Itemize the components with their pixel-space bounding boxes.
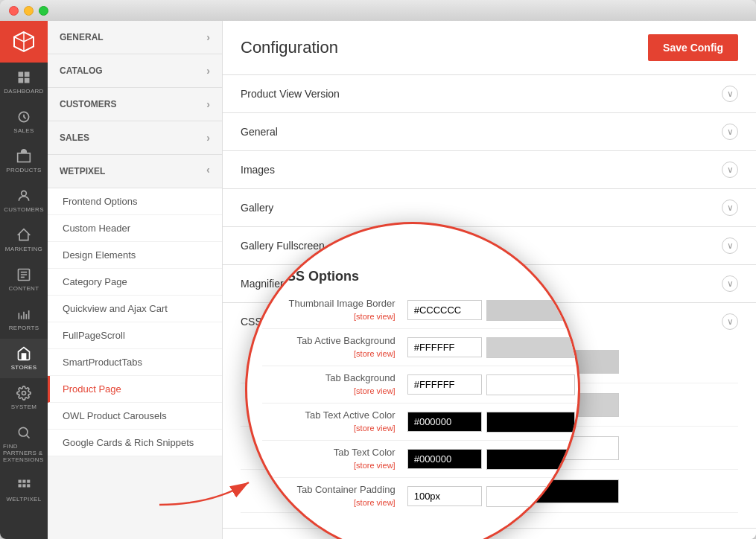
chevron-down-icon: › [206,31,210,43]
stores-icon [16,346,31,361]
sidebar-sub-frontend[interactable]: Frontend Options [48,188,222,215]
nav-item-system[interactable]: SYSTEM [0,378,48,418]
section-product-view-header[interactable]: Product View Version ∨ [223,75,756,112]
zoom-label-tab-bg-text: Tab Background [270,372,396,383]
zoom-label-tab-active: Tab Active Background [store view] [270,335,407,360]
sidebar-sub-owl[interactable]: OWL Product Carousels [48,403,222,430]
svg-rect-10 [19,480,22,483]
svg-point-9 [19,427,28,436]
svg-rect-12 [27,480,30,483]
zoom-label-tab-text-text: Tab Text Color [270,447,396,458]
zoom-input-thumbnail[interactable] [407,300,482,320]
zoom-input-tab-bg[interactable] [407,374,482,395]
zoom-label-tab-active-text: Tab Active Background [270,335,396,346]
maximize-button[interactable] [39,6,48,16]
collapse-icon: ∨ [722,162,738,178]
zoom-input-tab-text[interactable] [407,449,482,469]
customers-icon [16,188,31,203]
sidebar-sub-category[interactable]: Category Page [48,269,222,296]
zoom-input-tab-padding[interactable] [407,486,482,506]
zoom-swatch-tab-text [486,449,575,470]
content-icon [16,267,31,282]
system-label: SYSTEM [11,404,37,410]
magento-logo-icon [13,31,35,53]
title-bar-buttons [9,6,48,16]
general-label: GENERAL [60,32,104,42]
zoom-input-tab-active[interactable] [407,337,482,357]
sidebar-sub-custom-header[interactable]: Custom Header [48,215,222,242]
nav-item-find[interactable]: FIND PARTNERS & EXTENSIONS [0,418,48,471]
save-config-button[interactable]: Save Config [648,34,738,61]
nav-item-reports[interactable]: REPORTS [0,299,48,339]
sidebar-sub-smartproduct[interactable]: SmartProductTabs [48,349,222,376]
dashboard-icon [16,70,31,85]
zoom-row-tab-text: Tab Text Color [store view] [262,441,580,478]
weltpixel-icon [16,478,31,493]
section-gallery-header[interactable]: Gallery ∨ [223,189,756,226]
top-bar: Configuration Save Config [223,21,756,75]
minimize-button[interactable] [24,6,34,16]
zoom-row-tab-bg: Tab Background [store view] [262,366,580,404]
svg-rect-14 [22,484,25,487]
zoom-label-tab-bg: Tab Background [store view] [270,372,407,397]
nav-item-content[interactable]: CONTENT [0,260,48,299]
sidebar-sub-design[interactable]: Design Elements [48,242,222,269]
sidebar-item-sales[interactable]: SALES › [48,121,222,155]
nav-item-dashboard[interactable]: DASHBOARD [0,63,48,102]
section-general-header[interactable]: General ∨ [223,113,756,150]
zoom-row-tab-active: Tab Active Background [store view] [262,329,580,366]
sidebar-item-catalog[interactable]: CATALOG › [48,54,222,88]
section-general: General ∨ [223,113,756,151]
collapse-icon: ∨ [722,237,738,254]
sidebar-item-general[interactable]: GENERAL › [48,21,222,54]
sidebar-sub-google[interactable]: Google Cards & Rich Snippets [48,430,222,456]
nav-item-weltpixel[interactable]: WELTPIXEL [0,471,48,510]
zoom-label-tab-text-active: Tab Text Active Color [store view] [270,409,407,434]
nav-item-marketing[interactable]: MARKETING [0,220,48,260]
zoom-input-tab-text-active[interactable] [407,412,482,432]
sidebar-sub-product-page[interactable]: Product Page [48,376,222,403]
sidebar-sub-fullpage[interactable]: FullPageScroll [48,322,222,349]
zoom-swatch-tab-text-active [486,412,575,433]
zoom-label-tab-padding-store: [store view] [354,498,396,507]
left-nav: DASHBOARD SALES PRODUCTS CUSTOMERS MARKE… [0,21,48,539]
chevron-down-icon: › [206,132,210,144]
zoom-swatch-tab-padding [486,486,575,507]
nav-item-customers[interactable]: CUSTOMERS [0,181,48,220]
zoom-label-tab-text: Tab Text Color [store view] [270,447,407,471]
sidebar-item-customers[interactable]: CUSTOMERS › [48,88,222,121]
svg-rect-11 [22,480,25,483]
nav-item-stores[interactable]: STORES [0,339,48,378]
zoom-circle: CSS Options Thumbnail Image Border [stor… [245,222,580,539]
reports-icon [16,307,31,322]
zoom-label-tab-padding: Tab Container Padding [store view] [270,484,407,508]
svg-rect-0 [19,72,24,77]
zoom-row-tab-text-active: Tab Text Active Color [store view] [262,404,580,441]
zoom-content: CSS Options Thumbnail Image Border [stor… [262,269,580,514]
sidebar-sub-quickview[interactable]: Quickview and Ajax Cart [48,296,222,322]
svg-rect-15 [27,484,30,487]
nav-item-products[interactable]: PRODUCTS [0,141,48,181]
section-product-view-title: Product View Version [241,88,340,100]
collapse-icon: ∨ [722,200,738,216]
zoom-label-tab-text-active-store: [store view] [354,424,396,433]
zoom-title: CSS Options [262,269,580,292]
title-bar [0,0,756,21]
collapse-icon: ∨ [722,313,738,330]
chevron-down-icon: › [206,98,210,110]
chevron-down-icon: › [206,65,210,77]
sidebar-item-weltpixel[interactable]: WETPIXEL › [48,155,222,188]
zoom-label-tab-active-store: [store view] [354,349,396,358]
nav-item-sales[interactable]: SALES [0,102,48,141]
sales-sidebar-label: SALES [60,133,89,143]
catalog-label: CATALOG [60,66,103,76]
products-icon [16,149,31,164]
close-button[interactable] [9,6,19,16]
section-images-header[interactable]: Images ∨ [223,151,756,188]
zoom-swatch-tab-bg [486,374,575,395]
products-label: PRODUCTS [6,167,41,173]
marketing-icon [16,228,31,243]
nav-logo [0,21,48,63]
svg-rect-13 [19,484,22,487]
find-icon [16,425,31,440]
